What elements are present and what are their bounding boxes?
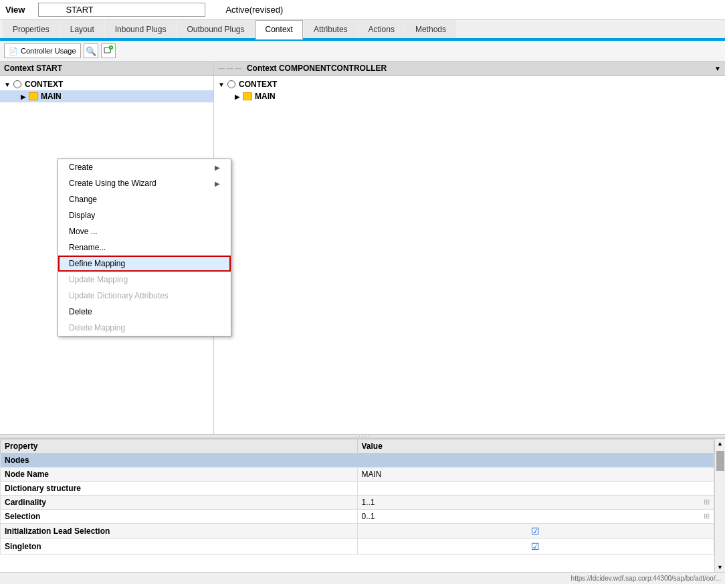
selection-property: Selection <box>1 510 358 524</box>
right-panel-content: ▼ CONTEXT ▶ MAIN <box>214 76 725 434</box>
right-tree-item-context[interactable]: ▼ CONTEXT <box>214 78 725 90</box>
menu-delete-mapping-label: Delete Mapping <box>69 323 125 332</box>
scroll-down-arrow[interactable]: ▼ <box>716 563 724 572</box>
menu-define-mapping[interactable]: Define Mapping <box>58 256 231 272</box>
controller-usage-button[interactable]: 📄 Controller Usage <box>4 43 81 58</box>
back-icon: 🔍 <box>86 46 96 56</box>
main-content: 📄 Controller Usage 🔍 Context START <box>0 41 725 572</box>
tab-underline <box>0 39 725 41</box>
toolbar: 📄 Controller Usage 🔍 <box>0 41 725 62</box>
tree-item-context[interactable]: ▼ CONTEXT <box>0 78 213 90</box>
main-label: MAIN <box>41 92 62 101</box>
navigate-back-button[interactable]: 🔍 <box>84 43 98 58</box>
right-main-label: MAIN <box>255 92 276 101</box>
forward-icon <box>104 45 113 57</box>
top-bar: View Active(revised) <box>0 0 725 20</box>
menu-create-wizard-label: Create Using the Wizard <box>69 179 157 188</box>
menu-delete-label: Delete <box>69 307 92 316</box>
document-icon: 📄 <box>9 47 18 56</box>
left-panel: Context START ▼ CONTEXT ▶ MAIN <box>0 62 214 434</box>
tabs-wrapper: Properties Layout Inbound Plugs Outbound… <box>0 20 725 41</box>
init-lead-checkbox[interactable]: ☑ <box>531 526 540 536</box>
split-view: Context START ▼ CONTEXT ▶ MAIN <box>0 62 725 434</box>
create-arrow-icon: ▶ <box>215 164 220 171</box>
status-bar-text: https://ldcidev.wdf.sap.corp:44300/sap/b… <box>571 575 721 582</box>
menu-update-mapping-label: Update Mapping <box>69 275 128 284</box>
properties-table: Property Value Nodes Node <box>0 439 714 555</box>
right-main-toggle[interactable]: ▶ <box>233 92 242 101</box>
tab-outbound-plugs[interactable]: Outbound Plugs <box>177 20 254 38</box>
navigate-forward-button[interactable] <box>101 43 116 58</box>
menu-create-wizard[interactable]: Create Using the Wizard ▶ <box>58 175 231 191</box>
wizard-arrow-icon: ▶ <box>215 180 220 187</box>
init-lead-value[interactable]: ☑ <box>357 524 714 539</box>
right-context-circle-icon <box>226 80 237 89</box>
table-row-singleton: Singleton ☑ <box>1 539 714 555</box>
cardinality-icon: ⊞ <box>704 498 710 506</box>
menu-rename-label: Rename... <box>69 243 106 252</box>
main-toggle[interactable]: ▶ <box>19 92 28 101</box>
tab-methods[interactable]: Methods <box>405 20 456 38</box>
node-name-property: Node Name <box>1 468 358 482</box>
scroll-thumb[interactable] <box>716 451 724 471</box>
tab-attributes[interactable]: Attributes <box>304 20 358 38</box>
selection-icon: ⊞ <box>704 512 710 520</box>
context-label: CONTEXT <box>25 80 63 89</box>
right-main-box-icon <box>242 92 253 101</box>
tab-layout[interactable]: Layout <box>60 20 104 38</box>
menu-rename[interactable]: Rename... <box>58 239 231 256</box>
right-tree-item-main[interactable]: ▶ MAIN <box>214 90 725 102</box>
menu-update-mapping: Update Mapping <box>58 272 231 288</box>
tabs-bar: Properties Layout Inbound Plugs Outbound… <box>0 20 725 39</box>
menu-delete[interactable]: Delete <box>58 304 231 320</box>
dict-structure-value <box>357 482 714 496</box>
bottom-panel: Property Value Nodes Node <box>0 438 725 572</box>
view-name-input[interactable] <box>38 3 205 17</box>
table-row-selection: Selection 0..1 ⊞ <box>1 510 714 524</box>
status-label: Active(revised) <box>225 5 283 15</box>
col-property: Property <box>1 439 358 454</box>
menu-create-label: Create <box>69 163 93 172</box>
tree-item-main[interactable]: ▶ MAIN <box>0 90 213 102</box>
tab-actions[interactable]: Actions <box>358 20 405 38</box>
context-circle-icon <box>12 80 23 89</box>
table-row-node-name: Node Name MAIN <box>1 468 714 482</box>
scroll-sidebar: ▲ ▼ <box>714 439 725 572</box>
table-row-nodes-section: Nodes <box>1 454 714 468</box>
singleton-checkbox[interactable]: ☑ <box>531 541 540 552</box>
col-value: Value <box>357 439 714 454</box>
tab-inbound-plugs[interactable]: Inbound Plugs <box>105 20 177 38</box>
menu-delete-mapping: Delete Mapping <box>58 320 231 336</box>
right-panel-dropdown-icon[interactable]: ▼ <box>714 65 721 72</box>
menu-update-dict-label: Update Dictionary Attributes <box>69 291 169 300</box>
menu-move-label: Move ... <box>69 227 98 236</box>
context-menu: Create ▶ Create Using the Wizard ▶ Chang… <box>58 159 231 336</box>
menu-move[interactable]: Move ... <box>58 223 231 239</box>
menu-display[interactable]: Display <box>58 207 231 223</box>
table-row-dict-structure: Dictionary structure <box>1 482 714 496</box>
menu-create[interactable]: Create ▶ <box>58 159 231 175</box>
table-row-init-lead-selection: Initialization Lead Selection ☑ <box>1 524 714 539</box>
scroll-up-arrow[interactable]: ▲ <box>716 439 724 448</box>
properties-table-container: Property Value Nodes Node <box>0 439 714 572</box>
menu-change[interactable]: Change <box>58 191 231 207</box>
singleton-property: Singleton <box>1 539 358 555</box>
menu-update-dict: Update Dictionary Attributes <box>58 288 231 304</box>
singleton-value[interactable]: ☑ <box>357 539 714 555</box>
tab-properties[interactable]: Properties <box>3 20 60 38</box>
right-context-toggle[interactable]: ▼ <box>217 80 226 89</box>
right-panel-title: — — — Context COMPONENTCONTROLLER <box>218 64 387 73</box>
init-lead-property: Initialization Lead Selection <box>1 524 358 539</box>
node-name-value: MAIN <box>357 468 714 482</box>
right-panel-header: — — — Context COMPONENTCONTROLLER ▼ <box>214 62 725 76</box>
view-label: View <box>5 5 25 15</box>
cardinality-property: Cardinality <box>1 496 358 510</box>
tab-context[interactable]: Context <box>255 20 303 39</box>
left-panel-header: Context START <box>0 62 213 76</box>
nodes-section-label: Nodes <box>1 454 714 468</box>
context-toggle[interactable]: ▼ <box>3 80 12 89</box>
dict-structure-property: Dictionary structure <box>1 482 358 496</box>
menu-change-label: Change <box>69 195 97 204</box>
cardinality-value: 1..1 ⊞ <box>357 496 714 510</box>
selection-value: 0..1 ⊞ <box>357 510 714 524</box>
